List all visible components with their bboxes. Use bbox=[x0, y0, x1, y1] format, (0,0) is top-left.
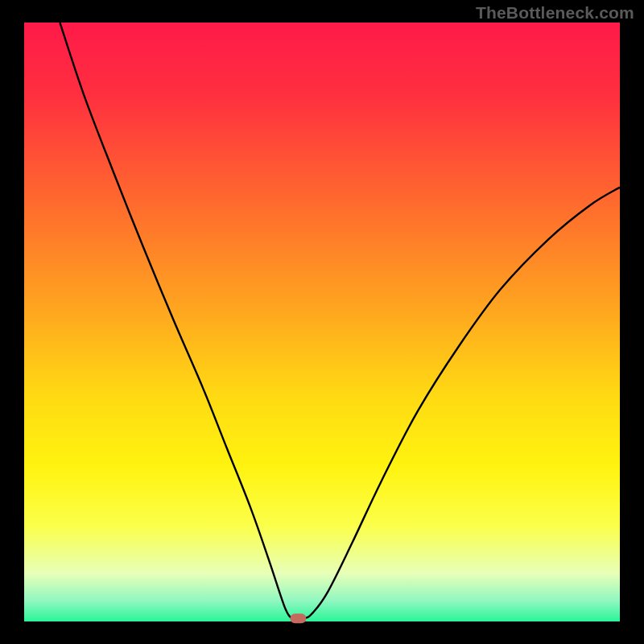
chart-container: TheBottleneck.com bbox=[0, 0, 644, 644]
watermark-text: TheBottleneck.com bbox=[476, 3, 634, 23]
plot-background bbox=[24, 23, 620, 621]
optimum-marker bbox=[290, 613, 306, 623]
bottleneck-chart bbox=[0, 0, 644, 644]
